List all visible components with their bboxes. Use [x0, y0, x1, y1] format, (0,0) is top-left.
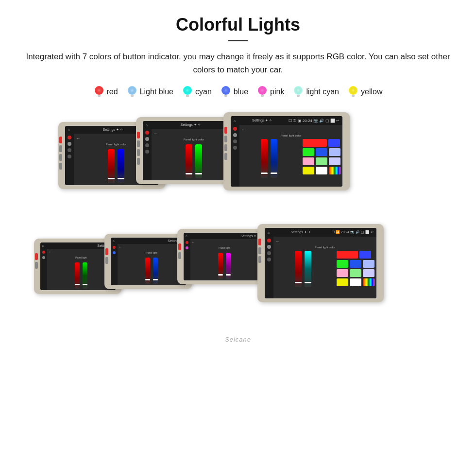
side-btn-3c — [224, 153, 227, 160]
palette-cell-pink[interactable] — [303, 157, 314, 165]
panel-label-2: Panel light color — [153, 138, 234, 141]
sidebar-dot-1c — [68, 148, 71, 152]
palette-row-3b — [303, 148, 340, 156]
side-btn-2a — [137, 140, 140, 147]
slider-marker-5a — [145, 279, 150, 280]
palette-cell-7-lgreen[interactable] — [350, 269, 361, 277]
sliders-area-6 — [191, 251, 258, 279]
screen-row-2: ⌂ Settings ✦ ← Panel light — [19, 224, 457, 331]
palette-cell-white[interactable] — [316, 167, 327, 174]
screen-main-7: ← Panel light color — [273, 237, 376, 298]
topbar-settings-2: Settings ✦ ✧ — [181, 123, 201, 127]
screen-inner-3: ⌂ Settings ✦ ✧ ☐ ✆ ▣ 20:24 📷 🔊 ▢ ⬜ ↩ — [231, 116, 342, 187]
screen-inner-5: ⌂ Settings ✦ ← Panel light — [111, 238, 186, 285]
device-7: ⌂ Settings ✦ ✧ ☐ 📶 20:24 📷 🔊 ▢ ⬜ ↩ — [257, 224, 384, 302]
topbar-settings-1: Settings ✦ ✧ — [103, 128, 123, 132]
screen-sidebar-5 — [111, 244, 118, 285]
yellow-bulb-icon — [348, 85, 358, 99]
palette-cell-blue2[interactable] — [316, 148, 327, 156]
palette-cell-7-pink[interactable] — [337, 269, 348, 277]
sidebar-dot-6b — [186, 246, 188, 249]
screen-main-3: ← Panel light color — [239, 125, 342, 187]
side-btn-4a — [35, 262, 38, 269]
palette-cell-7-green[interactable] — [337, 260, 348, 268]
screen-main-5: ← Panel light — [118, 244, 186, 285]
slider-red-2 — [186, 144, 192, 178]
sidebar-dot-3c — [233, 139, 237, 143]
slider-blue-5 — [153, 258, 158, 284]
side-btn-6a — [178, 252, 181, 259]
cyan-bulb-icon — [182, 85, 193, 99]
red-bulb-icon — [94, 85, 104, 99]
slider-green-2 — [195, 144, 202, 178]
palette-cell-yellow[interactable] — [303, 167, 314, 174]
palette-row-3c — [303, 157, 340, 165]
screen-7: ⌂ Settings ✦ ✧ ☐ 📶 20:24 📷 🔊 ▢ ⬜ ↩ — [257, 224, 384, 302]
slider-green-1 — [118, 149, 124, 183]
slider-marker-2b — [195, 173, 202, 174]
sidebar-dot-7b — [267, 245, 271, 249]
screen-body-2: ← Panel light color — [143, 129, 236, 180]
lightcyan-bulb-icon — [293, 85, 304, 99]
back-arrow-7: ← — [275, 239, 374, 244]
device-left-buttons-3 — [224, 127, 227, 160]
screen-main-6: ← Panel light — [190, 239, 259, 280]
screen-sidebar-1 — [65, 134, 74, 185]
palette-cell-7-red[interactable] — [337, 251, 358, 259]
slider-red-6 — [218, 253, 223, 279]
panel-label-5: Panel light — [119, 251, 185, 254]
topbar-settings-6: Settings ✦ — [240, 234, 256, 238]
slider-red-1 — [108, 149, 115, 183]
palette-cell-lblue2[interactable] — [329, 157, 340, 165]
palette-cell-7-lblue2[interactable] — [363, 269, 374, 277]
palette-cell-7-lblue[interactable] — [363, 260, 374, 268]
panel-label-3: Panel light color — [241, 134, 340, 137]
palette-cell-7-yellow[interactable] — [337, 278, 348, 286]
palette-cell-lgreen[interactable] — [316, 157, 327, 165]
pink-bulb-icon — [257, 85, 268, 99]
palette-cell-7-white[interactable] — [350, 278, 361, 286]
color-list: red Light blue — [19, 85, 457, 99]
sidebar-dot-2d — [145, 150, 149, 154]
sidebar-dot-3a — [233, 127, 237, 131]
screen-6: ⌂ Settings ✦ ← Panel light — [177, 229, 265, 284]
screen-inner-6: ⌂ Settings ✦ ← Panel light — [184, 233, 259, 280]
screen-sidebar-2 — [143, 129, 152, 180]
palette-cell-7-blue[interactable] — [359, 251, 371, 259]
palette-row-7b — [337, 260, 374, 268]
device-3: ⌂ Settings ✦ ✧ ☐ ✆ ▣ 20:24 📷 🔊 ▢ ⬜ ↩ — [223, 112, 350, 190]
topbar-time-7: ☐ 📶 20:24 📷 🔊 ▢ ⬜ ↩ — [332, 230, 374, 234]
palette-cell-red[interactable] — [303, 139, 327, 147]
back-arrow-5: ← — [119, 245, 185, 249]
side-btn-7a — [258, 247, 261, 254]
svg-point-4 — [128, 86, 136, 95]
side-btn-red-3 — [224, 127, 227, 134]
screen-inner-2: ⌂ Settings ✦ ✧ ← — [143, 121, 236, 180]
palette-cell-blue[interactable] — [328, 139, 340, 147]
side-btn-7b — [258, 256, 261, 263]
palette-cell-7-blue2[interactable] — [350, 260, 361, 268]
screen-body-7: ← Panel light color — [265, 237, 376, 298]
device-screen-3: ⌂ Settings ✦ ✧ ☐ ✆ ▣ 20:24 📷 🔊 ▢ ⬜ ↩ — [231, 116, 342, 187]
topbar-time-3: ☐ ✆ ▣ 20:24 📷 🔊 ▢ ⬜ ↩ — [289, 119, 340, 123]
side-btn-red-6 — [178, 243, 181, 250]
sidebar-dot-3b — [233, 133, 237, 137]
svg-rect-14 — [261, 95, 264, 97]
device-screen-7: ⌂ Settings ✦ ✧ ☐ 📶 20:24 📷 🔊 ▢ ⬜ ↩ — [265, 228, 376, 298]
sidebar-dot-5a — [113, 246, 116, 249]
screen-row-1: ⌂ Settings ✦ ✧ ← — [19, 112, 457, 209]
side-btn-1a — [59, 145, 62, 152]
color-item-red: red — [94, 85, 118, 99]
slider-red-5 — [145, 258, 150, 284]
palette-cell-7-rainbow[interactable] — [363, 278, 374, 286]
device-left-buttons-5 — [105, 248, 108, 264]
sliders-area-5 — [119, 256, 185, 284]
palette-row-7c — [337, 269, 374, 277]
palette-cell-green[interactable] — [303, 148, 314, 156]
palette-cell-rainbow[interactable] — [329, 167, 340, 174]
panel-label-7: Panel light color — [275, 246, 374, 249]
palette-cell-lblue[interactable] — [329, 148, 340, 156]
sliders-area-3 — [241, 139, 297, 178]
color-item-cyan: cyan — [182, 85, 212, 99]
color-name-blue: blue — [234, 87, 248, 96]
